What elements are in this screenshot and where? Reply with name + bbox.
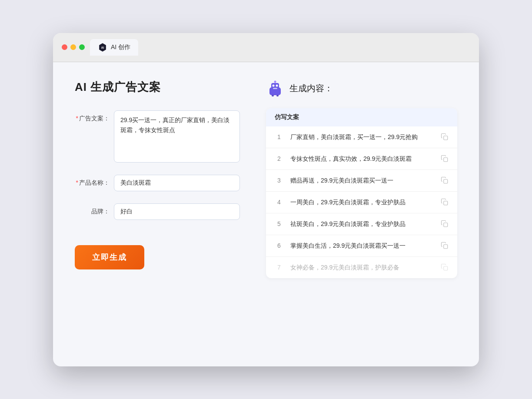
row-number: 1 (275, 133, 283, 140)
row-number: 7 (275, 264, 283, 271)
table-row: 1 厂家直销，美白淡斑霜，买一送一，29.9元抢购 (266, 126, 457, 148)
svg-rect-14 (444, 201, 448, 205)
svg-rect-9 (272, 95, 274, 96)
svg-point-5 (276, 84, 278, 86)
row-text: 厂家直销，美白淡斑霜，买一送一，29.9元抢购 (290, 133, 434, 142)
brand-input[interactable] (114, 203, 240, 220)
row-text: 女神必备，29.9元美白淡斑霜，护肤必备 (290, 263, 434, 272)
maximize-button[interactable] (79, 44, 85, 50)
row-number: 6 (275, 242, 283, 249)
svg-point-6 (274, 80, 276, 83)
right-panel: 生成内容： 仿写文案 1 厂家直销，美白淡斑霜，买一送一，29.9元抢购 2 专… (266, 80, 457, 349)
traffic-lights (62, 44, 85, 50)
required-star-2: * (76, 179, 78, 186)
table-row: 4 一周美白，29.9元美白淡斑霜，专业护肤品 (266, 192, 457, 213)
ad-copy-input[interactable]: 29.9买一送一，真正的厂家直销，美白淡斑霜，专抹女性斑点 (114, 110, 240, 163)
brand-label: 品牌： (75, 203, 110, 216)
required-star-1: * (76, 115, 78, 122)
copy-icon[interactable] (441, 133, 449, 141)
row-number: 5 (275, 220, 283, 227)
table-row: 3 赠品再送，29.9元美白淡斑霜买一送一 (266, 170, 457, 192)
copy-icon[interactable] (441, 176, 449, 184)
brand-group: 品牌： (75, 203, 240, 220)
row-text: 祛斑美白，29.9元美白淡斑霜，专业护肤品 (290, 219, 434, 229)
copy-icon[interactable] (441, 220, 449, 228)
product-name-group: *产品名称： (75, 175, 240, 191)
result-title: 生成内容： (289, 83, 333, 94)
result-header: 生成内容： (266, 80, 457, 98)
left-panel: AI 生成广告文案 *广告文案： 29.9买一送一，真正的厂家直销，美白淡斑霜，… (75, 80, 240, 349)
ad-copy-label: *广告文案： (75, 110, 110, 123)
svg-rect-10 (276, 95, 279, 96)
copy-icon[interactable] (441, 242, 449, 249)
copy-icon[interactable] (441, 263, 449, 271)
close-button[interactable] (62, 44, 67, 50)
minimize-button[interactable] (70, 44, 76, 50)
page-title: AI 生成广告文案 (75, 80, 240, 95)
browser-window: AI AI 创作 AI 生成广告文案 *广告文案： 29.9买一送一，真正的厂家… (53, 33, 479, 366)
ad-copy-group: *广告文案： 29.9买一送一，真正的厂家直销，美白淡斑霜，专抹女性斑点 (75, 110, 240, 163)
svg-rect-8 (273, 88, 277, 89)
svg-rect-11 (444, 136, 448, 140)
table-row: 6 掌握美白生活，29.9元美白淡斑霜买一送一 (266, 235, 457, 257)
row-number: 3 (275, 177, 283, 184)
svg-rect-17 (444, 266, 448, 270)
svg-point-4 (273, 84, 275, 86)
ai-tab-icon: AI (98, 43, 107, 52)
product-name-label: *产品名称： (75, 175, 110, 187)
table-row: 5 祛斑美白，29.9元美白淡斑霜，专业护肤品 (266, 213, 457, 235)
main-content: AI 生成广告文案 *广告文案： 29.9买一送一，真正的厂家直销，美白淡斑霜，… (53, 62, 479, 366)
result-rows-container: 1 厂家直销，美白淡斑霜，买一送一，29.9元抢购 2 专抹女性斑点，真实功效，… (266, 126, 457, 278)
row-number: 2 (275, 155, 283, 162)
table-header: 仿写文案 (266, 108, 457, 126)
table-row: 2 专抹女性斑点，真实功效，29.9元美白淡斑霜 (266, 148, 457, 170)
table-row: 7 女神必备，29.9元美白淡斑霜，护肤必备 (266, 257, 457, 278)
copy-icon[interactable] (441, 155, 449, 163)
svg-rect-15 (444, 223, 448, 227)
svg-rect-16 (444, 245, 448, 249)
robot-icon (266, 80, 284, 98)
svg-text:AI: AI (101, 46, 104, 49)
svg-rect-12 (444, 158, 448, 162)
result-table: 仿写文案 1 厂家直销，美白淡斑霜，买一送一，29.9元抢购 2 专抹女性斑点，… (266, 108, 457, 278)
row-text: 掌握美白生活，29.9元美白淡斑霜买一送一 (290, 241, 434, 250)
tab-ai-creation[interactable]: AI AI 创作 (90, 39, 138, 56)
row-number: 4 (275, 199, 283, 206)
generate-button[interactable]: 立即生成 (75, 245, 144, 269)
row-text: 一周美白，29.9元美白淡斑霜，专业护肤品 (290, 198, 434, 207)
product-name-input[interactable] (114, 175, 240, 191)
svg-rect-13 (444, 180, 448, 183)
row-text: 赠品再送，29.9元美白淡斑霜买一送一 (290, 176, 434, 185)
tab-label: AI 创作 (111, 43, 130, 51)
title-bar: AI AI 创作 (53, 33, 479, 62)
row-text: 专抹女性斑点，真实功效，29.9元美白淡斑霜 (290, 154, 434, 163)
copy-icon[interactable] (441, 198, 449, 206)
